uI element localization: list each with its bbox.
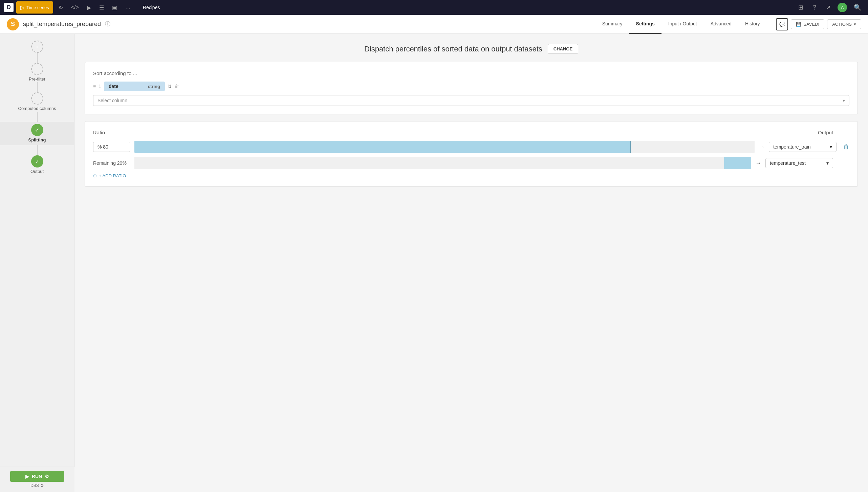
- computed-label: Computed columns: [18, 106, 56, 111]
- sidebar-step-splitting-highlight[interactable]: ✓ Splitting: [0, 122, 74, 145]
- content-title-row: Dispatch percentiles of sorted data on o…: [85, 44, 858, 54]
- remaining-bar: [134, 157, 751, 169]
- dss-gear-icon[interactable]: ⚙: [40, 483, 44, 488]
- help-icon[interactable]: ?: [810, 3, 819, 13]
- sidebar-step-prefilter[interactable]: Pre-filter: [29, 63, 45, 82]
- connector-2: [37, 82, 38, 92]
- sort-column-name: date: [109, 84, 118, 89]
- recipe-logo: S: [7, 18, 19, 30]
- prefilter-circle: [31, 63, 43, 75]
- splitting-label: Splitting: [28, 137, 46, 142]
- column-select-placeholder: Select column: [97, 98, 127, 103]
- splitting-circle: ✓: [31, 124, 43, 136]
- prefilter-label: Pre-filter: [29, 76, 45, 82]
- connector-4: [37, 145, 38, 155]
- column-select-arrow-icon: ▾: [843, 98, 845, 103]
- recipe-header: S split_temperatures_prepared ⓘ Summary …: [0, 15, 868, 34]
- page-title: Dispatch percentiles of sorted data on o…: [364, 45, 542, 53]
- output-circle: ✓: [31, 155, 43, 167]
- run-icon[interactable]: ▶: [84, 3, 94, 12]
- sort-item-row: ≡ 1 date string ⇅ 🗑: [93, 82, 849, 91]
- run-bar: ▶ RUN ⚙ DSS ⚙: [0, 467, 74, 492]
- comments-button[interactable]: 💬: [776, 18, 788, 30]
- output-label: Output: [30, 169, 44, 174]
- user-avatar[interactable]: A: [838, 3, 847, 12]
- ratio-row-80: → temperature_train ▾ 🗑: [93, 141, 849, 153]
- info-icon[interactable]: ⓘ: [105, 21, 110, 28]
- connector-1: [37, 53, 38, 63]
- recipes-label: Recipes: [139, 5, 164, 10]
- ratio-row-remaining: Remaining 20% → temperature_test ▾: [93, 157, 849, 169]
- arrow-icon-remaining: →: [755, 160, 761, 167]
- output-select-train[interactable]: temperature_train ▾: [769, 142, 837, 152]
- main-layout: ↓ Pre-filter Computed columns ✓ Splittin…: [0, 34, 868, 492]
- computed-circle: [31, 92, 43, 105]
- sidebar: ↓ Pre-filter Computed columns ✓ Splittin…: [0, 34, 74, 492]
- arrow-icon-80: →: [759, 143, 765, 151]
- toolbar-right: ⊞ ? ↗ A 🔍: [796, 2, 864, 13]
- add-ratio-button[interactable]: ⊕ + ADD RATIO: [93, 173, 849, 178]
- column-select[interactable]: Select column ▾: [93, 95, 849, 106]
- ratio-input-80[interactable]: [93, 142, 130, 152]
- recipe-actions: 💬 💾 SAVED! ACTIONS ▾: [776, 18, 861, 30]
- add-ratio-plus-icon: ⊕: [93, 173, 97, 178]
- ratio-card: Ratio Output → temperatur: [85, 121, 858, 187]
- sidebar-step-input: ↓: [31, 41, 43, 53]
- content-area: Dispatch percentiles of sorted data on o…: [74, 34, 868, 492]
- sidebar-step-output[interactable]: ✓ Output: [30, 155, 44, 175]
- output-header: Output: [765, 130, 833, 135]
- sort-num: 1: [99, 84, 101, 89]
- top-toolbar: D ▷ Time series ↻ </> ▶ ☰ ▣ … Recipes ⊞ …: [0, 0, 868, 15]
- tab-advanced[interactable]: Advanced: [704, 15, 738, 34]
- apps-icon[interactable]: ⊞: [796, 2, 806, 13]
- output-select-test[interactable]: temperature_test ▾: [765, 158, 833, 168]
- recipe-nav: Summary Settings Input / Output Advanced…: [595, 15, 767, 34]
- ratio-header: Ratio: [93, 130, 127, 135]
- sidebar-step-computed[interactable]: Computed columns: [18, 92, 56, 112]
- actions-arrow-icon: ▾: [854, 22, 856, 27]
- delete-ratio-icon[interactable]: 🗑: [843, 143, 849, 151]
- actions-button[interactable]: ACTIONS ▾: [827, 19, 861, 29]
- time-series-icon: ▷: [20, 4, 24, 11]
- sort-delete-icon[interactable]: 🗑: [174, 84, 179, 89]
- sort-card: Sort according to ... ≡ 1 date string ⇅ …: [85, 62, 858, 114]
- save-icon: 💾: [796, 22, 801, 27]
- sort-order-icon[interactable]: ⇅: [168, 84, 172, 89]
- grid-icon[interactable]: ▣: [109, 3, 120, 12]
- tab-history[interactable]: History: [738, 15, 767, 34]
- trends-icon[interactable]: ↗: [823, 2, 833, 13]
- more-icon[interactable]: …: [123, 3, 133, 12]
- app-logo[interactable]: D: [4, 3, 14, 12]
- refresh-icon[interactable]: ↻: [56, 3, 66, 12]
- output-select-arrow-icon: ▾: [830, 144, 832, 150]
- list-icon[interactable]: ☰: [96, 3, 107, 12]
- input-circle: ↓: [31, 41, 43, 53]
- dss-label: DSS ⚙: [30, 483, 44, 488]
- output-select-test-arrow-icon: ▾: [826, 160, 829, 166]
- saved-button[interactable]: 💾 SAVED!: [791, 19, 824, 29]
- connector-3: [37, 112, 38, 122]
- sort-label: Sort according to ...: [93, 70, 849, 76]
- run-button[interactable]: ▶ RUN ⚙: [10, 471, 64, 482]
- remaining-bar-fill: [724, 157, 751, 169]
- ratio-bar-80[interactable]: [134, 141, 755, 153]
- tab-input-output[interactable]: Input / Output: [661, 15, 704, 34]
- time-series-tab[interactable]: ▷ Time series: [16, 1, 53, 14]
- change-button[interactable]: CHANGE: [548, 44, 578, 54]
- recipe-title: split_temperatures_prepared: [23, 21, 101, 28]
- tab-summary[interactable]: Summary: [595, 15, 629, 34]
- code-icon[interactable]: </>: [68, 3, 82, 12]
- run-play-icon: ▶: [25, 474, 29, 479]
- sort-type: string: [148, 84, 160, 89]
- search-icon[interactable]: 🔍: [851, 2, 864, 13]
- time-series-label: Time series: [26, 5, 49, 10]
- sort-pill: date string: [104, 82, 165, 91]
- tab-settings[interactable]: Settings: [629, 15, 661, 34]
- remaining-label: Remaining 20%: [93, 160, 127, 166]
- remaining-bar-empty: [134, 157, 724, 169]
- drag-icon: ≡: [93, 84, 96, 89]
- run-gear-icon: ⚙: [45, 474, 49, 479]
